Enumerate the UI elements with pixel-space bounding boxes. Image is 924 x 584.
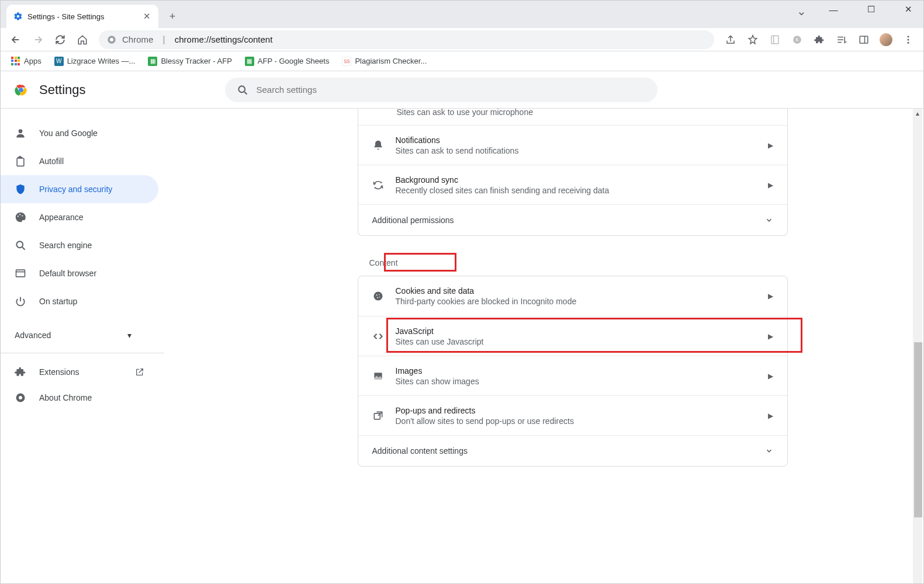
account-badge-icon[interactable]: K: [788, 30, 807, 49]
settings-sidebar: You and Google Autofill Privacy and secu…: [1, 109, 164, 583]
home-button[interactable]: [73, 30, 92, 49]
settings-search-box[interactable]: [225, 78, 657, 102]
profile-avatar[interactable]: [877, 30, 895, 49]
sidebar-label: Search engine: [39, 241, 92, 250]
row-title: Notifications: [396, 135, 768, 145]
gear-icon: [13, 12, 23, 21]
search-icon: [15, 239, 26, 251]
chevron-right-icon: ▶: [768, 372, 773, 380]
bookmark-label: Lizgrace Writes —...: [67, 57, 136, 65]
chrome-menu-button[interactable]: [899, 30, 918, 49]
reading-list-icon[interactable]: [766, 30, 784, 49]
close-tab-button[interactable]: ✕: [142, 12, 151, 21]
browser-tab[interactable]: Settings - Site Settings ✕: [6, 5, 158, 28]
reload-button[interactable]: [51, 30, 70, 49]
power-icon: [15, 296, 26, 307]
image-icon: [372, 370, 396, 382]
apps-shortcut[interactable]: Apps: [8, 54, 45, 68]
sidebar-about-chrome[interactable]: About Chrome: [1, 385, 158, 411]
settings-title: Settings: [39, 82, 86, 98]
row-background-sync[interactable]: Background syncRecently closed sites can…: [358, 165, 787, 204]
svg-text:K: K: [795, 37, 799, 43]
address-bar[interactable]: Chrome | chrome://settings/content: [99, 30, 714, 49]
sidebar-label: On startup: [39, 297, 77, 306]
chevron-down-icon: [765, 447, 773, 455]
row-images[interactable]: ImagesSites can show images ▶: [358, 356, 787, 395]
sheets-icon: ▦: [245, 57, 254, 66]
svg-point-7: [908, 39, 909, 40]
side-panel-icon[interactable]: [854, 30, 873, 49]
chevron-down-icon: ▾: [127, 331, 131, 340]
tabs-dropdown-icon[interactable]: ⌄: [797, 4, 807, 18]
bookmark-item[interactable]: ssPlagiarism Checker...: [338, 54, 430, 68]
svg-point-15: [18, 215, 19, 217]
bookmark-item[interactable]: ▦AFP - Google Sheets: [241, 54, 333, 68]
sidebar-item-autofill[interactable]: Autofill: [1, 147, 158, 175]
chevron-right-icon: ▶: [768, 292, 773, 300]
settings-content: Sites can ask to use your microphone Not…: [164, 109, 923, 583]
row-title: Images: [396, 366, 768, 376]
svg-point-13: [19, 129, 23, 133]
share-button[interactable]: [721, 30, 740, 49]
sidebar-item-default-browser[interactable]: Default browser: [1, 259, 158, 287]
svg-rect-5: [860, 36, 868, 43]
scrollbar-up-arrow[interactable]: ▲: [914, 110, 921, 117]
bookmark-button[interactable]: [743, 30, 762, 49]
sidebar-advanced-toggle[interactable]: Advanced▾: [1, 324, 146, 347]
svg-rect-2: [771, 36, 778, 44]
sidebar-item-search-engine[interactable]: Search engine: [1, 231, 158, 259]
row-subtitle: Third-party cookies are blocked in Incog…: [396, 297, 768, 306]
svg-point-16: [19, 214, 20, 215]
sidebar-label: Privacy and security: [39, 185, 112, 194]
row-javascript[interactable]: JavaScriptSites can use Javascript ▶: [358, 316, 787, 356]
svg-point-12: [238, 86, 245, 92]
window-title-bar: Settings - Site Settings ✕ + ⌄ — ☐ ✕: [1, 1, 923, 28]
sidebar-label: Appearance: [39, 213, 84, 222]
sidebar-item-appearance[interactable]: Appearance: [1, 203, 158, 231]
popup-icon: [372, 410, 396, 422]
close-window-button[interactable]: ✕: [895, 4, 921, 15]
forward-button[interactable]: [29, 30, 47, 49]
extensions-icon[interactable]: [810, 30, 829, 49]
cookie-icon: [372, 290, 396, 302]
person-icon: [15, 127, 26, 139]
bookmark-item[interactable]: ▦Blessy Tracker - AFP: [144, 54, 235, 68]
additional-content-toggle[interactable]: Additional content settings: [358, 435, 787, 466]
sst-icon: ss: [342, 57, 351, 66]
sheets-icon: ▦: [148, 57, 157, 66]
bookmark-label: Plagiarism Checker...: [355, 57, 427, 65]
row-cookies[interactable]: Cookies and site dataThird-party cookies…: [358, 276, 787, 316]
back-button[interactable]: [6, 30, 25, 49]
bookmark-item[interactable]: WLizgrace Writes —...: [51, 54, 139, 68]
row-title: Background sync: [396, 175, 768, 185]
scrollbar-thumb[interactable]: [914, 342, 922, 517]
media-controls-icon[interactable]: [832, 30, 851, 49]
chrome-logo-icon: [13, 82, 29, 98]
maximize-button[interactable]: ☐: [858, 4, 884, 15]
svg-point-24: [378, 294, 379, 296]
svg-point-25: [377, 297, 378, 298]
row-subtitle: Recently closed sites can finish sending…: [396, 186, 768, 195]
url-separator: |: [162, 34, 165, 46]
new-tab-button[interactable]: +: [164, 8, 181, 25]
extensions-label: Extensions: [39, 367, 79, 377]
sidebar-extensions-link[interactable]: Extensions: [1, 359, 158, 385]
row-popups[interactable]: Pop-ups and redirectsDon't allow sites t…: [358, 395, 787, 435]
additional-permissions-toggle[interactable]: Additional permissions: [358, 204, 787, 235]
svg-point-6: [908, 36, 909, 37]
advanced-label: Advanced: [15, 331, 51, 340]
sidebar-label: Autofill: [39, 157, 64, 166]
sidebar-item-privacy-security[interactable]: Privacy and security: [1, 175, 158, 203]
sidebar-item-on-startup[interactable]: On startup: [1, 287, 158, 315]
svg-point-26: [379, 297, 380, 298]
settings-search-input[interactable]: [257, 85, 646, 95]
sidebar-label: Default browser: [39, 269, 96, 278]
row-notifications[interactable]: NotificationsSites can ask to send notif…: [358, 125, 787, 165]
svg-point-1: [110, 38, 113, 41]
additional-permissions-label: Additional permissions: [372, 215, 454, 225]
sidebar-item-you-and-google[interactable]: You and Google: [1, 119, 158, 147]
minimize-button[interactable]: —: [821, 5, 846, 15]
sync-icon: [372, 179, 396, 191]
microphone-subtitle-partial: Sites can ask to use your microphone: [358, 109, 787, 125]
row-subtitle: Sites can show images: [396, 377, 768, 386]
